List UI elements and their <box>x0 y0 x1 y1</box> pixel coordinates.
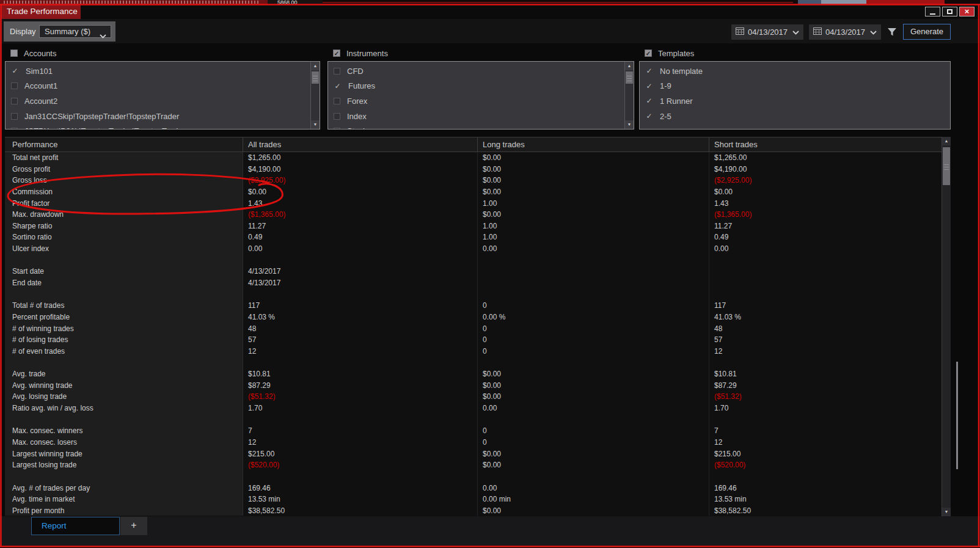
list-item[interactable]: ✓2-5 <box>640 109 950 124</box>
list-item[interactable]: ✓No template <box>640 64 950 79</box>
table-row[interactable]: Commission$0.00$0.00$0.00 <box>5 186 942 198</box>
cell-short-trades: 169.46 <box>709 483 932 494</box>
accounts-scrollbar[interactable]: ▲ ▼ <box>310 62 320 129</box>
list-item-label: 1-9 <box>660 81 671 90</box>
list-item[interactable]: CFD <box>328 64 634 79</box>
table-row[interactable]: Avg. losing trade($51.32)$0.00($51.32) <box>5 391 942 403</box>
checked-checkbox-icon[interactable]: ✓ <box>645 112 653 120</box>
list-item-label: No template <box>660 67 703 76</box>
list-item-label: 1 Runner <box>660 97 692 106</box>
scroll-down-icon[interactable]: ▼ <box>311 120 320 129</box>
unchecked-checkbox[interactable] <box>11 113 18 120</box>
list-item[interactable]: Forex <box>328 93 634 109</box>
table-row[interactable]: Max. consec. losers12012 <box>5 437 942 448</box>
templates-checkbox-checked[interactable]: ✓ <box>645 49 652 57</box>
table-row[interactable]: End date4/13/2017 <box>5 277 942 289</box>
table-row[interactable]: # of even trades12012 <box>5 346 942 357</box>
table-row[interactable]: Sharpe ratio11.271.0011.27 <box>5 221 942 232</box>
table-row[interactable]: Max. consec. winners707 <box>5 425 942 437</box>
instruments-scrollbar[interactable]: ▲ ▼ <box>624 62 634 129</box>
table-row[interactable]: Total # of trades1170117 <box>5 300 942 312</box>
cell-long-trades: $0.00 <box>478 209 709 221</box>
cell-short-trades <box>709 255 932 266</box>
date-to-picker[interactable]: 04/13/2017 <box>809 24 881 40</box>
instruments-checkbox-checked[interactable]: ✓ <box>333 49 340 57</box>
table-row[interactable]: Avg. time in market13.53 min0.00 min13.5… <box>5 494 942 505</box>
cell-performance-label: End date <box>5 277 243 289</box>
table-row[interactable]: # of winning trades48048 <box>5 323 942 335</box>
maximize-button[interactable] <box>942 7 957 16</box>
unchecked-checkbox[interactable] <box>11 128 18 130</box>
scroll-down-icon[interactable]: ▼ <box>625 120 634 129</box>
list-item[interactable]: Account2 <box>5 93 320 109</box>
list-item[interactable]: Index <box>328 109 634 124</box>
table-row[interactable]: Percent profitable41.03 %0.00 %41.03 % <box>5 312 942 323</box>
display-dropdown[interactable]: Summary ($) <box>39 25 111 38</box>
list-item[interactable]: ✓Futures <box>328 79 634 94</box>
cell-performance-label: Ratio avg. win / avg. loss <box>5 403 243 414</box>
table-row[interactable]: Ulcer index0.000.000.00 <box>5 243 942 255</box>
close-button[interactable]: × <box>959 7 975 16</box>
list-item[interactable]: ✓Sim101 <box>5 64 320 79</box>
table-row[interactable]: Ratio avg. win / avg. loss1.700.001.70 <box>5 403 942 414</box>
checked-checkbox-icon[interactable]: ✓ <box>334 82 342 90</box>
unchecked-checkbox[interactable] <box>334 113 340 120</box>
list-item[interactable]: ✓1-9 <box>640 79 950 94</box>
accounts-header: Accounts <box>5 46 320 60</box>
cell-long-trades: 0 <box>478 437 709 448</box>
unchecked-checkbox[interactable] <box>11 82 18 89</box>
cell-performance-label <box>5 289 243 301</box>
cell-all-trades: 41.03 % <box>243 312 478 323</box>
list-item[interactable]: Account1 <box>5 79 320 94</box>
table-row[interactable]: Sortino ratio0.491.000.49 <box>5 232 942 243</box>
accounts-checkbox-indeterminate[interactable] <box>10 49 18 57</box>
unchecked-checkbox[interactable] <box>334 128 340 130</box>
minimize-button[interactable] <box>925 7 940 16</box>
scroll-up-icon[interactable]: ▲ <box>625 62 634 70</box>
table-row[interactable]: Start date4/13/2017 <box>5 266 942 277</box>
scroll-up-icon[interactable]: ▲ <box>942 137 951 145</box>
table-row[interactable]: Total net profit$1,265.00$0.00$1,265.00 <box>5 152 942 164</box>
table-row[interactable]: Max. drawdown($1,365.00)$0.00($1,365.00) <box>5 209 942 221</box>
scrollbar-thumb[interactable] <box>312 71 319 84</box>
table-row[interactable]: Profit per month$38,582.50$0.00$38,582.5… <box>5 505 942 516</box>
unchecked-checkbox[interactable] <box>11 98 18 104</box>
scrollbar-thumb[interactable] <box>626 71 633 84</box>
date-from-value: 04/13/2017 <box>748 27 788 37</box>
add-tab-button[interactable]: + <box>120 517 147 535</box>
table-row[interactable]: Avg. trade$10.81$0.00$10.81 <box>5 368 942 380</box>
table-row[interactable]: Avg. winning trade$87.29$0.00$87.29 <box>5 380 942 392</box>
cell-short-trades: 12 <box>709 437 932 448</box>
unchecked-checkbox[interactable] <box>334 98 340 104</box>
unchecked-checkbox[interactable] <box>334 68 340 75</box>
table-row[interactable]: Avg. # of trades per day169.460.00169.46 <box>5 483 942 494</box>
list-item[interactable]: Stock <box>328 123 634 130</box>
list-item[interactable]: ✓1 Runner <box>640 93 950 109</box>
cell-performance-label: Start date <box>5 266 243 277</box>
list-item[interactable]: JSTPXrpt!P01k!TopstepTrader!TopstepTrade… <box>5 123 320 130</box>
column-header-short-trades: Short trades <box>709 137 932 152</box>
table-row[interactable]: Largest winning trade$215.00$0.00$215.00 <box>5 448 942 460</box>
table-row[interactable]: Largest losing trade($520.00)$0.00($520.… <box>5 459 942 471</box>
checked-checkbox-icon[interactable]: ✓ <box>645 97 653 105</box>
table-row[interactable]: Gross profit$4,190.00$0.00$4,190.00 <box>5 164 942 175</box>
tab-report[interactable]: Report <box>31 517 120 535</box>
table-row[interactable]: Gross loss($2,925.00)$0.00($2,925.00) <box>5 175 942 186</box>
scroll-up-icon[interactable]: ▲ <box>311 62 320 70</box>
background-red-line <box>323 2 793 3</box>
list-item[interactable]: Jan31CCSkip!TopstepTrader!TopstepTrader <box>5 109 320 124</box>
table-row[interactable]: # of losing trades57057 <box>5 334 942 346</box>
table-row[interactable]: Profit factor1.431.001.43 <box>5 198 942 210</box>
scroll-down-icon[interactable]: ▼ <box>942 508 951 516</box>
date-from-picker[interactable]: 04/13/2017 <box>731 24 803 40</box>
generate-button[interactable]: Generate <box>903 24 951 40</box>
checked-checkbox-icon[interactable]: ✓ <box>11 67 19 75</box>
checked-checkbox-icon[interactable]: ✓ <box>645 67 653 75</box>
cell-all-trades: 7 <box>243 425 478 437</box>
scrollbar-thumb[interactable] <box>943 147 950 185</box>
display-panel: Display Summary ($) <box>4 21 115 42</box>
checked-checkbox-icon[interactable]: ✓ <box>645 82 653 90</box>
filter-funnel-icon[interactable] <box>887 27 898 37</box>
table-scrollbar[interactable]: ▲ ▼ <box>942 137 951 516</box>
cell-all-trades: 13.53 min <box>243 494 478 505</box>
